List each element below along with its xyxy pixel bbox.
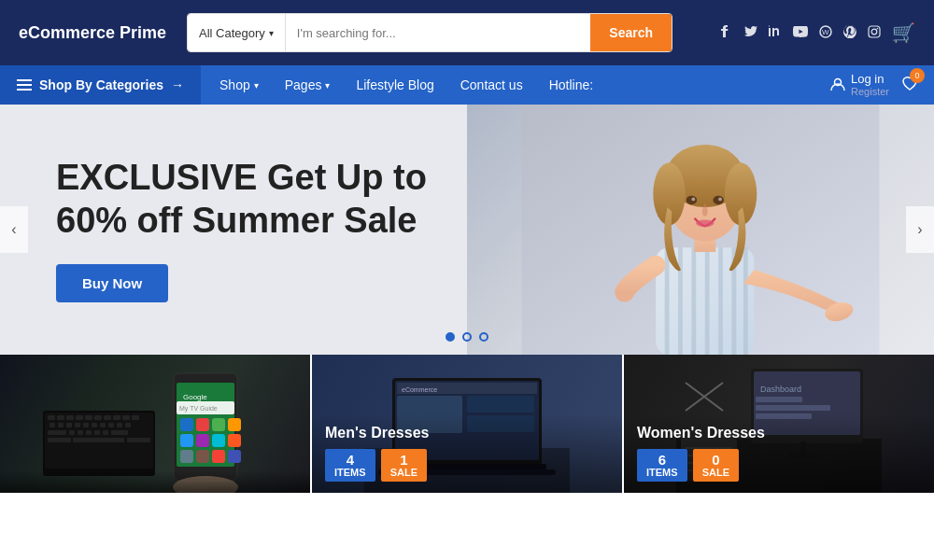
svg-rect-11 xyxy=(705,247,710,355)
svg-point-21 xyxy=(713,196,723,205)
svg-rect-36 xyxy=(122,415,130,420)
svg-rect-55 xyxy=(48,438,71,442)
svg-rect-52 xyxy=(94,430,100,435)
search-category-select[interactable]: All Category xyxy=(188,14,286,51)
login-label: Log in xyxy=(851,72,889,87)
svg-rect-71 xyxy=(180,450,193,463)
login-register-button[interactable]: Log in Register xyxy=(830,72,889,99)
svg-point-24 xyxy=(696,219,714,227)
buy-now-button[interactable]: Buy Now xyxy=(56,264,168,302)
svg-rect-65 xyxy=(212,418,225,431)
search-input[interactable] xyxy=(286,14,590,51)
register-label: Register xyxy=(851,86,889,98)
shop-by-categories-label: Shop By Categories xyxy=(39,77,163,92)
site-logo: eCommerce Prime xyxy=(19,23,168,43)
svg-rect-82 xyxy=(467,396,534,413)
user-icon xyxy=(830,77,845,92)
svg-point-20 xyxy=(686,196,697,205)
shop-by-categories-arrow: → xyxy=(171,77,184,92)
card3-sale-badge: 0 SALE xyxy=(693,449,739,482)
svg-text:Google: Google xyxy=(183,393,207,401)
nav-pages[interactable]: Pages ▾ xyxy=(274,65,342,105)
wishlist-icon-wrap[interactable]: 0 xyxy=(900,74,919,97)
card3-badges: 6 ITEMS 0 SALE xyxy=(637,449,921,482)
cart-icon-wrap[interactable]: 🛒 xyxy=(892,21,915,44)
hamburger-icon xyxy=(17,79,32,91)
svg-rect-43 xyxy=(92,423,97,427)
svg-rect-72 xyxy=(196,450,209,463)
search-button[interactable]: Search xyxy=(590,14,672,51)
card3-items-badge: 6 ITEMS xyxy=(637,449,687,482)
hero-title: EXCLUSIVE Get Up to 60% off Summer Sale xyxy=(56,157,458,242)
nav-hotline[interactable]: Hotline: xyxy=(538,65,604,105)
svg-rect-46 xyxy=(117,423,122,427)
nav-contact-us[interactable]: Contact us xyxy=(449,65,534,105)
wordpress-icon[interactable]: W xyxy=(819,25,832,41)
nav-lifestyle-blog[interactable]: Lifestyle Blog xyxy=(345,65,445,105)
shop-by-categories-button[interactable]: Shop By Categories → xyxy=(0,65,201,105)
svg-rect-57 xyxy=(127,438,150,442)
svg-rect-45 xyxy=(108,423,114,427)
svg-rect-37 xyxy=(132,415,139,420)
svg-rect-92 xyxy=(756,405,830,411)
svg-text:Dashboard: Dashboard xyxy=(760,385,801,394)
svg-point-22 xyxy=(691,198,695,202)
slide-dot-2[interactable] xyxy=(462,332,472,342)
svg-rect-70 xyxy=(228,434,241,447)
slide-dot-1[interactable] xyxy=(446,332,455,342)
linkedin-icon[interactable] xyxy=(769,25,782,41)
svg-rect-39 xyxy=(58,423,64,427)
header: eCommerce Prime All Category Search W 🛒 xyxy=(0,0,934,65)
svg-rect-47 xyxy=(125,423,131,427)
svg-rect-30 xyxy=(66,415,74,420)
svg-rect-64 xyxy=(196,418,209,431)
card3-overlay: Women's Dresses 6 ITEMS 0 SALE xyxy=(624,413,934,493)
product-card-womens-dresses[interactable]: Dashboard Women's Dresses 6 ITEMS xyxy=(622,355,934,493)
login-register-labels: Log in Register xyxy=(851,72,889,99)
product-card-mens-dresses[interactable]: eCommerce Men's Dresses 4 ITEMS 1 SALE xyxy=(310,355,622,493)
svg-rect-66 xyxy=(228,418,241,431)
svg-point-3 xyxy=(871,29,877,35)
slider-next-button[interactable]: › xyxy=(906,206,934,253)
svg-rect-10 xyxy=(691,247,696,355)
svg-rect-38 xyxy=(50,423,55,427)
facebook-icon[interactable] xyxy=(720,25,733,41)
pages-arrow-icon: ▾ xyxy=(325,80,330,91)
svg-rect-12 xyxy=(718,247,723,355)
svg-point-23 xyxy=(718,198,722,202)
svg-text:eCommerce: eCommerce xyxy=(402,386,437,393)
svg-rect-41 xyxy=(75,423,80,427)
wishlist-badge: 0 xyxy=(910,68,925,83)
card2-title: Men's Dresses xyxy=(325,425,609,441)
instagram-icon[interactable] xyxy=(868,25,881,41)
svg-rect-48 xyxy=(48,430,66,435)
product-card-1[interactable]: Google My TV Guide xyxy=(0,355,310,493)
slider-prev-button[interactable]: ‹ xyxy=(0,206,28,253)
slider-dots xyxy=(446,332,488,342)
svg-rect-49 xyxy=(69,430,75,435)
svg-rect-73 xyxy=(212,450,225,463)
twitter-icon[interactable] xyxy=(744,25,757,41)
svg-rect-29 xyxy=(57,415,64,420)
svg-rect-44 xyxy=(100,423,106,427)
svg-rect-32 xyxy=(85,415,92,420)
slide-dot-3[interactable] xyxy=(479,332,488,342)
card2-badges: 4 ITEMS 1 SALE xyxy=(325,449,609,482)
nav-links: Shop ▾ Pages ▾ Lifestyle Blog Contact us… xyxy=(201,65,612,105)
cart-icon: 🛒 xyxy=(892,22,915,43)
svg-rect-67 xyxy=(180,434,193,447)
svg-rect-40 xyxy=(66,423,72,427)
pinterest-icon[interactable] xyxy=(843,25,856,41)
svg-rect-63 xyxy=(180,418,193,431)
svg-rect-14 xyxy=(743,247,748,355)
svg-rect-74 xyxy=(228,450,241,463)
svg-rect-42 xyxy=(83,423,89,427)
svg-rect-7 xyxy=(656,247,754,355)
card2-items-badge: 4 ITEMS xyxy=(325,449,375,482)
hero-slider: ‹ EXCLUSIVE Get Up to 60% off Summer Sal… xyxy=(0,105,934,355)
svg-rect-33 xyxy=(94,415,102,420)
youtube-icon[interactable] xyxy=(793,25,808,40)
svg-rect-35 xyxy=(113,415,120,420)
nav-shop[interactable]: Shop ▾ xyxy=(208,65,270,105)
nav-right: Log in Register 0 xyxy=(830,72,934,99)
